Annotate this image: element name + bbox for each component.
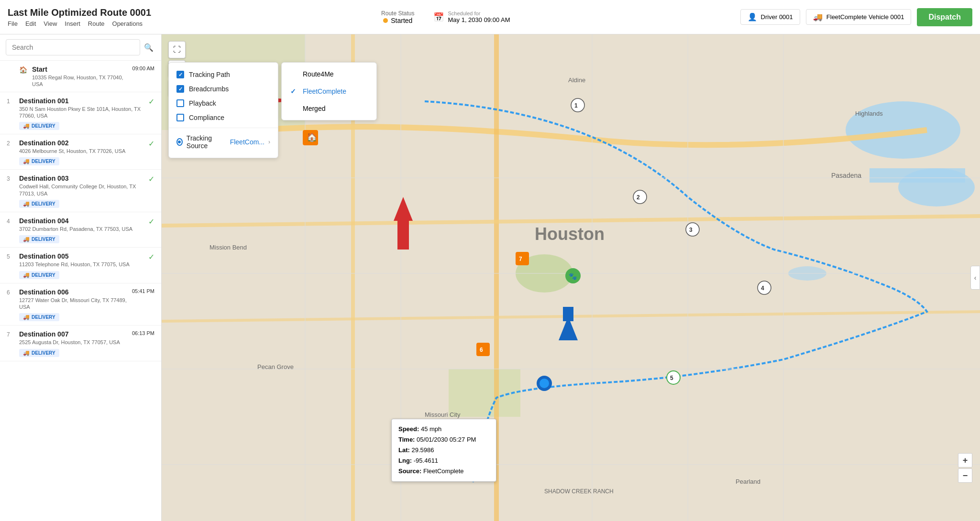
source-item-fleetcomplete[interactable]: ✓ FleetComplete — [282, 83, 376, 100]
svg-text:Mission Bend: Mission Bend — [209, 244, 247, 251]
delivery-badge-6: 🚚 DELIVERY — [19, 313, 59, 321]
menu-view[interactable]: View — [44, 20, 57, 27]
app-header: Last Mile Optimized Route 0001 File Edit… — [0, 0, 980, 34]
svg-point-29 — [633, 190, 647, 204]
menu-file[interactable]: File — [8, 20, 18, 27]
svg-point-31 — [686, 223, 699, 236]
svg-text:🏠: 🏠 — [307, 132, 318, 142]
truck-icon-7: 🚚 — [23, 350, 30, 356]
lat-label: Lat: — [398, 446, 410, 454]
svg-text:Aldine: Aldine — [568, 76, 585, 84]
tracking-source-label: Tracking Source — [187, 134, 222, 150]
breadcrumbs-label: Breadcrumbs — [189, 85, 229, 93]
list-item-6[interactable]: 6 Destination 006 12727 Water Oak Dr, Mi… — [0, 283, 161, 326]
lng-label: Lng: — [398, 457, 412, 464]
playback-checkbox[interactable] — [176, 99, 184, 107]
vehicle-icon: 🚚 — [813, 12, 823, 22]
tracking-source-radio — [176, 138, 183, 146]
item-num-3: 3 — [7, 175, 14, 182]
list-item-7[interactable]: 7 Destination 007 2525 Augusta Dr, Houst… — [0, 326, 161, 361]
menu-route[interactable]: Route — [88, 20, 105, 27]
time-label: Time: — [398, 436, 415, 443]
compliance-checkbox[interactable] — [176, 114, 184, 121]
svg-text:Houston: Houston — [535, 224, 605, 244]
map-area[interactable]: Houston Pasadena Cypress Aldine Highland… — [162, 34, 980, 521]
item-addr-4: 3702 Dumbarton Rd, Pasadena, TX 77503, U… — [19, 226, 132, 232]
svg-point-33 — [758, 281, 771, 294]
list-item-3[interactable]: 3 Destination 003 Codwell Hall, Communit… — [0, 170, 161, 212]
menu-operations[interactable]: Operations — [112, 20, 143, 27]
menu-edit[interactable]: Edit — [25, 20, 36, 27]
item-time-7: 06:13 PM — [132, 330, 154, 336]
svg-text:Pecan Grove: Pecan Grove — [257, 363, 294, 370]
truck-icon-2: 🚚 — [23, 158, 30, 164]
breadcrumbs-checkbox[interactable]: ✓ — [176, 85, 184, 93]
svg-rect-39 — [516, 252, 529, 265]
zoom-out-button[interactable]: − — [958, 468, 972, 483]
playback-item[interactable]: Playback — [169, 96, 278, 110]
menu-insert[interactable]: Insert — [65, 20, 80, 27]
driver-badge[interactable]: 👤 Driver 0001 — [740, 9, 800, 25]
svg-text:5: 5 — [670, 375, 673, 381]
sidebar: 🔍 🏠 Start 10335 Regal Row, Houston, TX 7… — [0, 34, 162, 521]
playback-label: Playback — [189, 99, 216, 107]
source-item-merged[interactable]: Merged — [282, 100, 376, 117]
svg-rect-7 — [449, 369, 520, 417]
speed-value: 45 mph — [421, 425, 441, 433]
delivery-badge-3: 🚚 DELIVERY — [19, 200, 59, 208]
truck-icon-5: 🚚 — [23, 272, 30, 278]
svg-text:1: 1 — [574, 102, 578, 109]
delivery-badge-1: 🚚 DELIVERY — [19, 122, 59, 130]
list-item-5[interactable]: 5 Destination 005 11203 Telephone Rd, Ho… — [0, 248, 161, 283]
time-value: 05/01/2030 05:27 PM — [417, 436, 476, 443]
scheduled-label: Scheduled for — [448, 11, 510, 16]
header-right: 👤 Driver 0001 🚚 FleetComplete Vehicle 00… — [740, 8, 972, 26]
driver-label: Driver 0001 — [761, 13, 793, 21]
list-item-start[interactable]: 🏠 Start 10335 Regal Row, Houston, TX 770… — [0, 61, 161, 92]
item-time-6: 05:41 PM — [132, 288, 154, 294]
collapse-sidebar-button[interactable]: ‹ — [970, 266, 980, 290]
check-5: ✓ — [148, 252, 154, 261]
item-name-6: Destination 006 — [19, 288, 129, 296]
delivery-badge-7: 🚚 DELIVERY — [19, 349, 59, 357]
list-item-4[interactable]: 4 Destination 004 3702 Dumbarton Rd, Pas… — [0, 212, 161, 248]
svg-text:🐾: 🐾 — [569, 272, 577, 281]
fullscreen-button[interactable]: ⛶ — [168, 41, 186, 58]
truck-icon-3: 🚚 — [23, 201, 30, 207]
search-input[interactable] — [6, 39, 140, 55]
tracking-path-checkbox[interactable]: ✓ — [176, 71, 184, 78]
tracking-path-label: Tracking Path — [189, 71, 230, 78]
route-status-value: Started — [383, 17, 412, 24]
breadcrumbs-item[interactable]: ✓ Breadcrumbs — [169, 82, 278, 96]
header-center: Route Status Started 📅 Scheduled for May… — [151, 10, 740, 24]
svg-rect-48 — [563, 307, 573, 321]
list-item-2[interactable]: 2 Destination 002 4026 Melbourne St, Hou… — [0, 134, 161, 170]
search-button[interactable]: 🔍 — [142, 41, 155, 54]
dispatch-button[interactable]: Dispatch — [917, 8, 972, 26]
source-item-route4me[interactable]: Route4Me — [282, 65, 376, 83]
item-addr-1: 350 N Sam Houston Pkwy E Ste 101A, Houst… — [19, 106, 148, 119]
item-num-7: 7 — [7, 331, 14, 338]
chevron-right-icon: › — [268, 139, 270, 145]
zoom-in-button[interactable]: + — [958, 453, 972, 467]
scheduled-for: 📅 Scheduled for May 1, 2030 09:00 AM — [433, 11, 510, 23]
item-num-1: 1 — [7, 98, 14, 105]
svg-text:4: 4 — [761, 285, 764, 292]
vehicle-badge[interactable]: 🚚 FleetComplete Vehicle 0001 — [806, 9, 912, 25]
route-status: Route Status Started — [381, 10, 414, 24]
tracking-source-value: FleetCom... — [230, 138, 264, 146]
route-status-text: Started — [391, 17, 412, 24]
svg-text:2: 2 — [637, 194, 640, 201]
tracking-path-item[interactable]: ✓ Tracking Path — [169, 67, 278, 82]
svg-rect-52 — [397, 221, 409, 250]
compliance-item[interactable]: Compliance — [169, 110, 278, 125]
tracking-source-row[interactable]: Tracking Source FleetCom... › — [169, 131, 278, 153]
item-time-start: 09:00 AM — [132, 65, 154, 71]
item-name-5: Destination 005 — [19, 252, 130, 260]
list-item-1[interactable]: 1 Destination 001 350 N Sam Houston Pkwy… — [0, 92, 161, 135]
svg-text:Pasadena: Pasadena — [831, 172, 861, 179]
truck-icon-4: 🚚 — [23, 236, 30, 242]
route-list: 🏠 Start 10335 Regal Row, Houston, TX 770… — [0, 61, 161, 521]
item-num-2: 2 — [7, 140, 14, 147]
item-addr-6: 12727 Water Oak Dr, Missouri City, TX 77… — [19, 297, 129, 311]
